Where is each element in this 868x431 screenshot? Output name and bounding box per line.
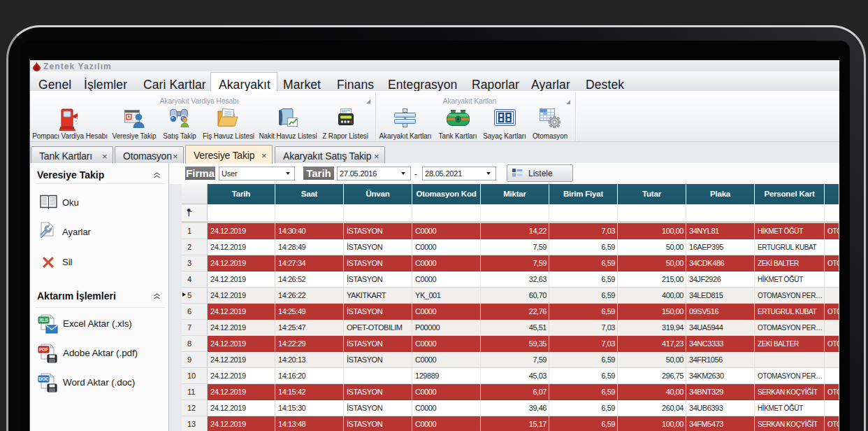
svg-text:PDF: PDF [39,347,48,352]
svg-text:DOC: DOC [38,376,49,381]
svg-text:XLS: XLS [39,318,48,323]
